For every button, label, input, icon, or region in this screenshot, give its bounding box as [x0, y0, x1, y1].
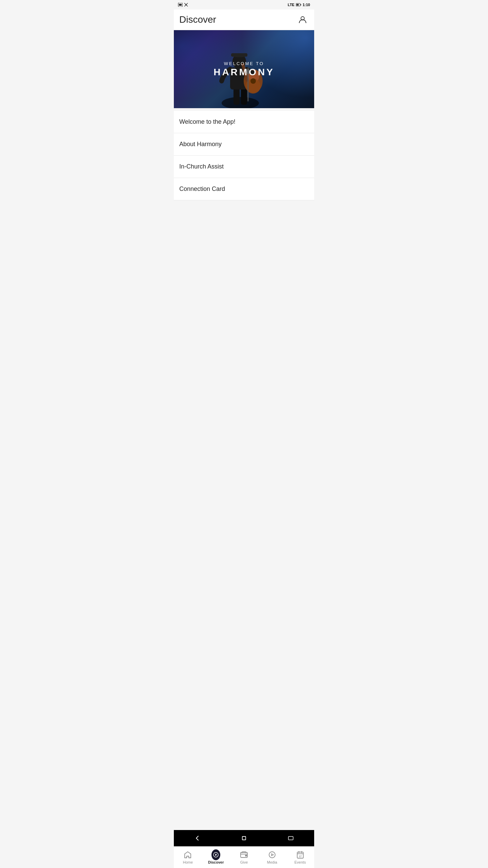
play-circle-icon [268, 851, 276, 859]
svg-rect-1 [179, 4, 182, 6]
give-nav-icon [240, 850, 248, 859]
home-nav-icon [183, 850, 192, 859]
svg-point-2 [185, 4, 187, 5]
svg-rect-4 [300, 4, 301, 5]
app-header: Discover [174, 9, 314, 30]
svg-rect-5 [296, 4, 299, 6]
android-nav-bar [174, 830, 314, 846]
battery-icon [296, 3, 301, 7]
events-nav-icon: 17 [296, 850, 305, 859]
svg-rect-21 [242, 836, 246, 840]
discover-list: Welcome to the App! About Harmony In-Chu… [174, 111, 314, 200]
list-item[interactable]: Welcome to the App! [174, 111, 314, 133]
list-item-title: Connection Card [179, 185, 225, 192]
svg-point-7 [222, 97, 259, 108]
discover-nav-icon [211, 850, 220, 859]
svg-rect-22 [288, 836, 293, 840]
status-bar-left [178, 3, 188, 7]
nav-item-discover[interactable]: Discover [202, 847, 230, 868]
discover-nav-label: Discover [208, 860, 224, 864]
content-area: Welcome to the App! About Harmony In-Chu… [174, 111, 314, 241]
svg-rect-8 [233, 88, 240, 105]
media-nav-icon [268, 850, 277, 859]
android-back-button[interactable] [193, 834, 201, 842]
list-item-title: Welcome to the App! [179, 118, 236, 125]
person-icon [298, 15, 307, 24]
compass-icon [213, 852, 219, 858]
svg-text:17: 17 [299, 855, 302, 857]
list-item[interactable]: In-Church Assist [174, 156, 314, 178]
bottom-navigation: Home Discover Give [174, 846, 314, 868]
status-bar-right: LTE 1:10 [288, 3, 310, 7]
hero-overlay: WELCOME TO HARMONY [214, 61, 274, 78]
svg-rect-26 [245, 855, 247, 856]
hero-welcome-line: WELCOME TO [214, 61, 274, 66]
hero-banner: WELCOME TO HARMONY [174, 30, 314, 108]
home-nav-label: Home [183, 860, 193, 864]
sim-icon [178, 3, 183, 7]
discover-icon-bg [211, 849, 220, 860]
svg-point-27 [269, 852, 275, 858]
status-time: 1:10 [303, 3, 310, 7]
nav-item-home[interactable]: Home [174, 847, 202, 868]
nav-item-media[interactable]: Media [258, 847, 286, 868]
signal-type: LTE [288, 3, 294, 7]
android-home-icon [241, 835, 247, 842]
list-item[interactable]: Connection Card [174, 178, 314, 200]
back-icon [194, 835, 201, 842]
hero-harmony-line: HARMONY [214, 67, 274, 78]
svg-rect-13 [231, 53, 247, 57]
list-item-title: About Harmony [179, 141, 222, 147]
status-bar: LTE 1:10 [174, 0, 314, 9]
page-title: Discover [179, 14, 216, 25]
media-nav-label: Media [267, 860, 277, 864]
list-item-title: In-Church Assist [179, 163, 224, 170]
android-recent-button[interactable] [287, 834, 295, 842]
nfc-icon [184, 3, 188, 7]
nav-item-give[interactable]: Give [230, 847, 258, 868]
give-nav-label: Give [240, 860, 248, 864]
recent-apps-icon [287, 835, 294, 842]
house-icon [184, 851, 192, 859]
nav-item-events[interactable]: 17 Events [286, 847, 314, 868]
wallet-icon [240, 851, 248, 859]
list-item[interactable]: About Harmony [174, 133, 314, 156]
svg-point-24 [216, 854, 216, 855]
events-nav-label: Events [294, 860, 306, 864]
profile-button[interactable] [297, 14, 309, 26]
android-home-button[interactable] [240, 834, 248, 842]
calendar-icon: 17 [296, 851, 304, 859]
